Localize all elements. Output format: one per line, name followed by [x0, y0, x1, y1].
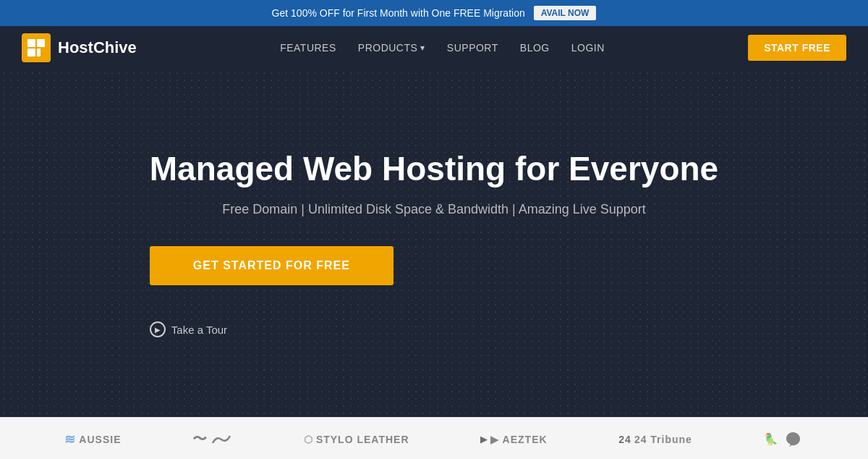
brand-tribune: 24 Tribune	[618, 434, 692, 445]
announcement-bar: Get 100% OFF for First Month with One FR…	[0, 0, 868, 26]
brands-bar: AUSSIE STYLO LEATHER ▶ AEZTEK 24 Tribune	[0, 417, 868, 459]
nav-login[interactable]: LOGIN	[571, 42, 605, 54]
announcement-text: Get 100% OFF for First Month with One FR…	[272, 7, 525, 19]
brand-stylo-label: STYLO LEATHER	[316, 434, 409, 445]
brand-bird	[764, 429, 804, 450]
brand-aztek: ▶ AEZTEK	[480, 434, 547, 445]
logo-text: HostChive	[58, 38, 137, 57]
hero-title: Managed Web Hosting for Everyone	[150, 149, 718, 189]
nav-blog[interactable]: BLOG	[520, 42, 550, 54]
play-icon: ▶	[150, 321, 166, 337]
avail-now-button[interactable]: AVAIL NOW	[534, 6, 597, 20]
hero-section: Managed Web Hosting for Everyone Free Do…	[0, 70, 868, 417]
hero-content: Managed Web Hosting for Everyone Free Do…	[150, 149, 718, 337]
nav-support[interactable]: SUPPORT	[447, 42, 498, 54]
take-tour-link[interactable]: ▶ Take a Tour	[150, 321, 718, 337]
svg-rect-3	[37, 49, 41, 56]
logo[interactable]: HostChive	[22, 33, 137, 62]
navbar: HostChive FEATURES PRODUCTS SUPPORT BLOG…	[0, 26, 868, 70]
svg-rect-2	[27, 49, 35, 56]
brand-tribune-label: 24 Tribune	[634, 434, 692, 445]
nav-menu: FEATURES PRODUCTS SUPPORT BLOG LOGIN	[280, 41, 605, 54]
brand-aztek-label: ▶ AEZTEK	[490, 434, 547, 445]
get-started-button[interactable]: GET STARTED FOR FREE	[150, 246, 393, 285]
logo-icon	[22, 33, 51, 62]
brand-stylo: STYLO LEATHER	[304, 434, 409, 445]
brand-wave	[192, 429, 232, 450]
nav-features[interactable]: FEATURES	[280, 42, 336, 54]
start-free-button[interactable]: START FREE	[748, 35, 846, 61]
nav-products[interactable]: PRODUCTS	[358, 42, 425, 54]
hero-subtitle: Free Domain | Unlimited Disk Space & Ban…	[150, 202, 718, 217]
svg-rect-1	[37, 39, 45, 47]
take-tour-label: Take a Tour	[171, 324, 227, 336]
svg-rect-0	[27, 39, 35, 47]
brand-aussie: AUSSIE	[64, 431, 121, 447]
brand-aussie-label: AUSSIE	[79, 434, 121, 445]
